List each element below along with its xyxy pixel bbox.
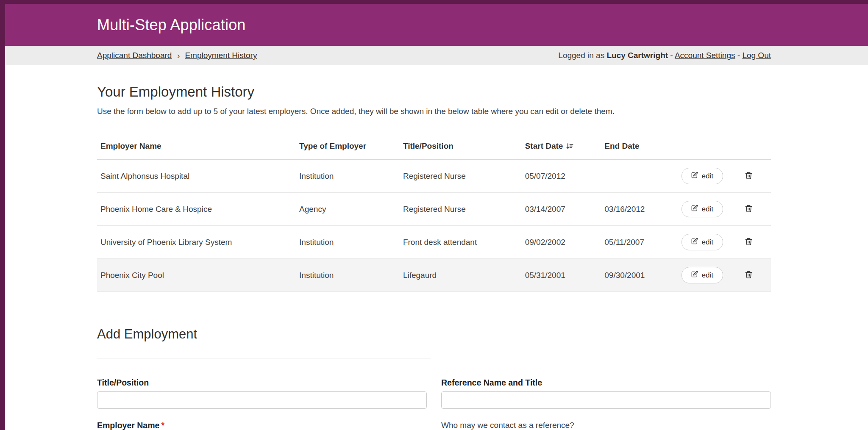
table-row: Phoenix City Pool Institution Lifegaurd …: [97, 259, 771, 292]
cell-start-date: 05/31/2001: [522, 259, 601, 292]
employment-table: Employer Name Type of Employer Title/Pos…: [97, 134, 771, 292]
form-right-column: Reference Name and Title Who may we cont…: [441, 378, 771, 430]
account-separator-1: -: [668, 51, 675, 60]
cell-employer-name: Phoenix Home Care & Hospice: [97, 193, 296, 226]
cell-title-position: Front desk attendant: [400, 226, 522, 259]
edit-button-label: edit: [702, 238, 713, 247]
trash-icon: [745, 237, 753, 247]
column-header-start-date[interactable]: Start Date: [522, 134, 601, 160]
cell-employer-type: Institution: [296, 160, 400, 193]
reference-name-input[interactable]: [441, 391, 771, 409]
cell-employer-type: Agency: [296, 193, 400, 226]
form-divider: [97, 358, 431, 358]
employer-name-label-text: Employer Name: [97, 421, 159, 430]
trash-icon: [745, 270, 753, 280]
column-header-delete: [739, 134, 771, 160]
pencil-edit-icon: [691, 238, 698, 247]
cell-employer-name: Saint Alphonsus Hospital: [97, 160, 296, 193]
edit-button-label: edit: [702, 271, 713, 280]
main-content: Your Employment History Use the form bel…: [97, 84, 771, 430]
cell-employer-type: Institution: [296, 259, 400, 292]
cell-start-date: 03/14/2007: [522, 193, 601, 226]
app-title: Multi-Step Application: [97, 16, 771, 34]
cell-end-date: 05/11/2007: [601, 226, 678, 259]
cell-start-date: 05/07/2012: [522, 160, 601, 193]
cell-end-date: 09/30/2001: [601, 259, 678, 292]
pencil-edit-icon: [691, 205, 698, 214]
edit-button[interactable]: edit: [682, 267, 723, 283]
sort-descending-icon[interactable]: [566, 142, 574, 150]
delete-button[interactable]: [742, 202, 755, 216]
add-employment-heading: Add Employment: [97, 327, 771, 342]
delete-button[interactable]: [742, 235, 755, 250]
reference-name-label: Reference Name and Title: [441, 378, 771, 388]
intro-text: Use the form below to add up to 5 of you…: [97, 107, 771, 116]
pencil-edit-icon: [691, 271, 698, 280]
title-position-input[interactable]: [97, 391, 427, 409]
edit-button[interactable]: edit: [682, 201, 723, 217]
table-row: University of Phoenix Library System Ins…: [97, 226, 771, 259]
breadcrumb: Applicant Dashboard › Employment History: [97, 50, 257, 61]
account-bar: Logged in as Lucy Cartwright - Account S…: [558, 51, 771, 60]
table-header-row: Employer Name Type of Employer Title/Pos…: [97, 134, 771, 160]
cell-employer-name: Phoenix City Pool: [97, 259, 296, 292]
cell-employer-type: Institution: [296, 226, 400, 259]
column-header-type-of-employer: Type of Employer: [296, 134, 400, 160]
cell-title-position: Lifegaurd: [400, 259, 522, 292]
table-row: Saint Alphonsus Hospital Institution Reg…: [97, 160, 771, 193]
add-employment-form: Title/Position Employer Name* Reference …: [97, 378, 771, 430]
pencil-edit-icon: [691, 172, 698, 180]
edit-button-label: edit: [702, 205, 713, 214]
page-frame-top: [0, 0, 868, 4]
column-header-end-date: End Date: [601, 134, 678, 160]
edit-button[interactable]: edit: [682, 234, 723, 250]
table-row: Phoenix Home Care & Hospice Agency Regis…: [97, 193, 771, 226]
cell-end-date: 03/16/2012: [601, 193, 678, 226]
edit-button[interactable]: edit: [682, 168, 723, 184]
trash-icon: [745, 171, 753, 181]
logged-in-prefix: Logged in as: [558, 51, 606, 60]
delete-button[interactable]: [742, 169, 755, 183]
reference-help-text: Who may we contact as a reference?: [441, 421, 771, 430]
cell-start-date: 09/02/2002: [522, 226, 601, 259]
delete-button[interactable]: [742, 268, 755, 283]
required-asterisk: *: [161, 421, 164, 430]
page-frame-left: [0, 0, 5, 430]
page-title: Your Employment History: [97, 84, 771, 100]
column-header-edit: [678, 134, 739, 160]
column-header-title-position: Title/Position: [400, 134, 522, 160]
trash-icon: [745, 204, 753, 214]
employer-name-label: Employer Name*: [97, 421, 427, 430]
cell-title-position: Registered Nurse: [400, 193, 522, 226]
breadcrumb-bar: Applicant Dashboard › Employment History…: [0, 46, 868, 65]
cell-end-date: [601, 160, 678, 193]
app-header: Multi-Step Application: [0, 4, 868, 46]
edit-button-label: edit: [702, 172, 713, 180]
breadcrumb-link-applicant-dashboard[interactable]: Applicant Dashboard: [97, 51, 172, 60]
cell-title-position: Registered Nurse: [400, 160, 522, 193]
account-settings-link[interactable]: Account Settings: [675, 51, 735, 60]
cell-employer-name: University of Phoenix Library System: [97, 226, 296, 259]
form-left-column: Title/Position Employer Name*: [97, 378, 427, 430]
column-header-employer-name: Employer Name: [97, 134, 296, 160]
breadcrumb-link-employment-history[interactable]: Employment History: [185, 51, 257, 60]
start-date-header-label: Start Date: [525, 141, 563, 151]
account-separator-2: -: [735, 51, 743, 60]
title-position-label: Title/Position: [97, 378, 427, 388]
logged-in-username: Lucy Cartwright: [606, 51, 668, 60]
log-out-link[interactable]: Log Out: [742, 51, 771, 60]
breadcrumb-separator-icon: ›: [177, 50, 180, 61]
